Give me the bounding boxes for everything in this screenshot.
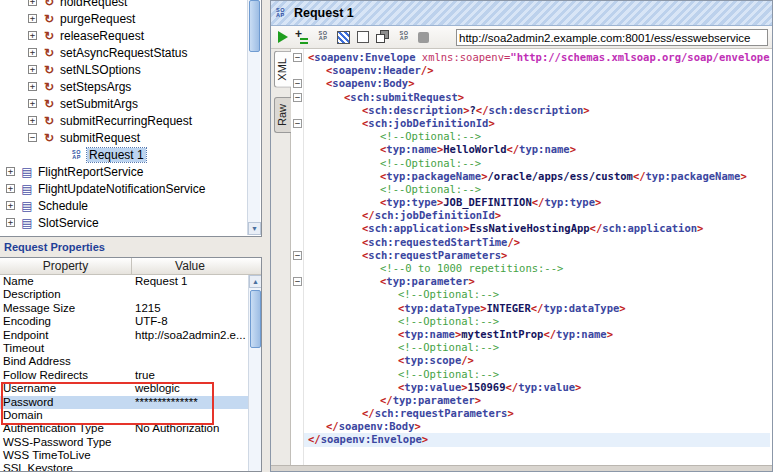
property-row-name[interactable]: NameRequest 1 bbox=[0, 275, 261, 288]
submit-request-button[interactable] bbox=[278, 31, 288, 43]
tree-item-setstepsargs[interactable]: +↻setStepsArgs bbox=[0, 78, 261, 95]
tree-item-request-1[interactable]: SOAPRequest 1 bbox=[0, 146, 261, 163]
tree-item-label: setStepsArgs bbox=[60, 80, 131, 94]
property-row-bind-address[interactable]: Bind Address bbox=[0, 355, 261, 368]
tree-item-flightupdatenotificationservice[interactable]: +▤FlightUpdateNotificationService bbox=[0, 180, 261, 197]
property-name: Follow Redirects bbox=[0, 369, 132, 382]
fold-marker-icon[interactable]: − bbox=[293, 79, 302, 88]
property-row-description[interactable]: Description bbox=[0, 288, 261, 301]
tree-scroll-down-button[interactable]: ▼ bbox=[248, 222, 261, 235]
property-value bbox=[132, 409, 248, 422]
expander-icon[interactable]: + bbox=[6, 201, 15, 210]
tree-item-submitrequest[interactable]: −↻submitRequest bbox=[0, 129, 261, 146]
tree-item-slotservice[interactable]: +▤SlotService bbox=[0, 214, 261, 231]
tree-item-setsubmitargs[interactable]: +↻setSubmitArgs bbox=[0, 95, 261, 112]
xml-line: <!--Optional:--> bbox=[304, 130, 770, 143]
fold-gutter[interactable]: −−−−−− bbox=[291, 49, 304, 466]
xml-line: <typ:packageName>/oracle/apps/ess/custom… bbox=[304, 170, 770, 183]
tab-xml[interactable]: XML bbox=[274, 51, 291, 88]
property-name: WSS-Password Type bbox=[0, 436, 132, 449]
xml-editor-content[interactable]: <soapenv:Envelope xmlns:soapenv="http://… bbox=[304, 51, 770, 461]
tree-scrollbar-thumb[interactable] bbox=[249, 0, 260, 52]
fold-marker-icon[interactable]: − bbox=[293, 93, 302, 102]
expander-icon[interactable]: + bbox=[6, 167, 15, 176]
expander-icon[interactable]: + bbox=[28, 14, 37, 23]
expander-icon[interactable]: + bbox=[6, 184, 15, 193]
xml-line: <typ:scope/> bbox=[304, 354, 770, 367]
property-row-domain[interactable]: Domain bbox=[0, 409, 261, 422]
xml-line: <!--Optional:--> bbox=[304, 288, 770, 301]
tree-item-releaserequest[interactable]: +↻releaseRequest bbox=[0, 27, 261, 44]
property-name: Domain bbox=[0, 409, 132, 422]
create-default-content-button[interactable] bbox=[337, 31, 350, 44]
property-row-wss-password-type[interactable]: WSS-Password Type bbox=[0, 436, 261, 449]
navigator-tree-panel: +↻holdRequest+↻purgeRequest+↻releaseRequ… bbox=[0, 0, 262, 237]
recreate-request-button[interactable]: SOAP bbox=[316, 31, 330, 44]
xml-line: </sch:jobDefinitionId> bbox=[304, 209, 770, 222]
property-value: ************** bbox=[132, 396, 248, 409]
xml-line: <sch:description>?</sch:description> bbox=[304, 104, 770, 117]
expander-icon[interactable]: + bbox=[28, 82, 37, 91]
expander-icon[interactable]: + bbox=[28, 65, 37, 74]
property-name: Authentication Type bbox=[0, 422, 132, 435]
property-row-endpoint[interactable]: Endpointhttp://soa2admin2.e... bbox=[0, 329, 261, 342]
expander-icon[interactable]: + bbox=[28, 31, 37, 40]
tree-item-label: submitRecurringRequest bbox=[60, 114, 192, 128]
xml-line: <!--Optional:--> bbox=[304, 315, 770, 328]
service-icon: ▤ bbox=[20, 166, 34, 178]
property-row-ssl-keystore[interactable]: SSL Keystore bbox=[0, 462, 261, 472]
fold-marker-icon[interactable]: − bbox=[293, 119, 302, 128]
expander-icon[interactable]: + bbox=[28, 48, 37, 57]
endpoint-url-input[interactable] bbox=[456, 29, 768, 46]
xml-line: <sch:submitRequest> bbox=[304, 91, 770, 104]
tree-item-label: setAsyncRequestStatus bbox=[60, 46, 187, 60]
property-value: http://soa2admin2.e... bbox=[132, 329, 248, 342]
property-row-username[interactable]: Usernameweblogic bbox=[0, 382, 261, 395]
expander-icon[interactable]: + bbox=[28, 0, 37, 6]
tree-item-purgerequest[interactable]: +↻purgeRequest bbox=[0, 10, 261, 27]
property-row-encoding[interactable]: EncodingUTF-8 bbox=[0, 315, 261, 328]
request-window-titlebar[interactable]: SOAP Request 1 bbox=[271, 1, 772, 26]
property-value bbox=[132, 449, 248, 462]
tree-item-flightreportservice[interactable]: +▤FlightReportService bbox=[0, 163, 261, 180]
tree-item-setasyncrequeststatus[interactable]: +↻setAsyncRequestStatus bbox=[0, 44, 261, 61]
operation-icon: ↻ bbox=[42, 47, 56, 59]
expander-icon[interactable]: + bbox=[28, 99, 37, 108]
expander-icon[interactable]: + bbox=[6, 218, 15, 227]
soap-action-button[interactable]: SOAP bbox=[397, 31, 411, 44]
tab-raw[interactable]: Raw bbox=[274, 97, 291, 133]
property-row-timeout[interactable]: Timeout bbox=[0, 342, 261, 355]
fold-marker-icon[interactable]: − bbox=[293, 277, 302, 286]
fold-marker-icon[interactable]: − bbox=[293, 53, 302, 62]
tree-item-submitrecurringrequest[interactable]: +↻submitRecurringRequest bbox=[0, 112, 261, 129]
xml-line: </soapenv:Envelope> bbox=[304, 433, 770, 446]
tree-item-holdrequest[interactable]: +↻holdRequest bbox=[0, 0, 261, 10]
xml-line: <typ:parameter> bbox=[304, 275, 770, 288]
expander-icon[interactable]: + bbox=[28, 116, 37, 125]
property-name: Timeout bbox=[0, 342, 132, 355]
column-header-property[interactable]: Property bbox=[0, 258, 132, 274]
tree-scrollbar[interactable]: ▼ bbox=[247, 0, 260, 235]
property-row-authentication-type[interactable]: Authentication TypeNo Authorization bbox=[0, 422, 261, 435]
column-header-value[interactable]: Value bbox=[132, 258, 248, 274]
properties-scrollbar-thumb[interactable] bbox=[250, 290, 261, 348]
property-row-follow-redirects[interactable]: Follow Redirectstrue bbox=[0, 369, 261, 382]
tree-item-label: Request 1 bbox=[87, 148, 146, 162]
tree-item-setnlsoptions[interactable]: +↻setNLSOptions bbox=[0, 61, 261, 78]
clone-request-button[interactable] bbox=[376, 30, 390, 44]
property-value: 1215 bbox=[132, 302, 248, 315]
add-to-testcase-button[interactable]: + bbox=[295, 30, 309, 44]
property-row-wss-timetolive[interactable]: WSS TimeToLive bbox=[0, 449, 261, 462]
cancel-request-button[interactable] bbox=[418, 32, 429, 43]
expander-icon[interactable]: − bbox=[28, 133, 37, 142]
xml-line: <!--Optional:--> bbox=[304, 341, 770, 354]
create-empty-button[interactable] bbox=[357, 31, 369, 43]
fold-marker-icon[interactable]: − bbox=[293, 251, 302, 260]
tree-item-schedule[interactable]: +▤Schedule bbox=[0, 197, 261, 214]
properties-scrollbar[interactable]: ▲ bbox=[248, 275, 261, 472]
property-row-message-size[interactable]: Message Size1215 bbox=[0, 302, 261, 315]
property-row-password[interactable]: Password************** bbox=[0, 396, 261, 409]
properties-scroll-up-button[interactable]: ▲ bbox=[249, 275, 262, 288]
request-icon: SOAP bbox=[70, 150, 83, 160]
service-icon: ▤ bbox=[20, 183, 34, 195]
